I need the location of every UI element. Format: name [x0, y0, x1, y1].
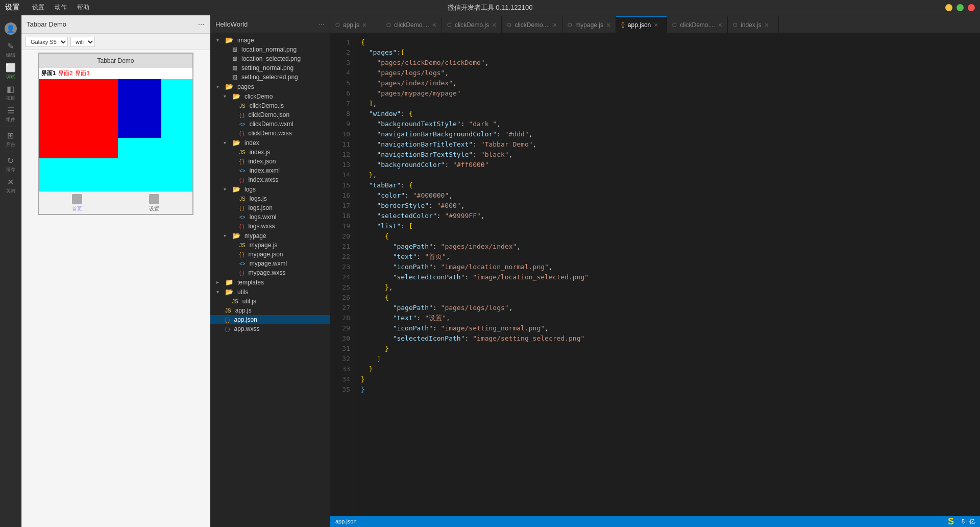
editor-tab[interactable]: {}app.json×: [616, 16, 667, 33]
tree-item[interactable]: 🖼setting_normal.png: [210, 63, 330, 73]
tree-item[interactable]: <>logs.wxml: [210, 212, 330, 222]
tree-item[interactable]: ▾📂logs: [210, 184, 330, 194]
tree-item[interactable]: { }app.json: [210, 315, 330, 324]
sidebar-item-edit[interactable]: ✎ 编辑: [0, 39, 21, 61]
maximize-button[interactable]: □: [957, 4, 964, 11]
edit-icon: ✎: [6, 42, 15, 51]
tree-item[interactable]: ▸📁templates: [210, 277, 330, 287]
wifi-select[interactable]: wifi: [70, 37, 95, 47]
tree-item[interactable]: ▾📂pages: [210, 82, 330, 91]
tab-close-button[interactable]: ×: [765, 21, 769, 29]
sidebar-item-avatar[interactable]: 👤: [0, 18, 21, 39]
tab-label: app.json: [628, 21, 651, 29]
tree-item[interactable]: JSapp.js: [210, 306, 330, 315]
line-number: 5: [333, 78, 350, 88]
tree-item[interactable]: JSclickDemo.js: [210, 101, 330, 110]
tab-close-button[interactable]: ×: [553, 21, 557, 29]
js-file-icon: JS: [239, 150, 246, 155]
folder-arrow-icon: ▾: [224, 140, 229, 146]
tree-item[interactable]: ( )clickDemo.wxss: [210, 129, 330, 138]
tree-item[interactable]: <>clickDemo.wxml: [210, 119, 330, 129]
code-editor[interactable]: { "pages":[ "pages/clickDemo/clickDemo",…: [353, 33, 980, 516]
tab-close-button[interactable]: ×: [492, 21, 496, 29]
line-number: 23: [333, 262, 350, 272]
tree-item[interactable]: <>index.wxml: [210, 166, 330, 175]
page-tab-2[interactable]: 界面2: [58, 69, 72, 77]
menu-settings[interactable]: 设置: [32, 3, 44, 12]
editor-tab[interactable]: ⬡clickDemo.js×: [442, 16, 502, 33]
preview-dots[interactable]: ···: [198, 20, 205, 29]
tab-close-button[interactable]: ×: [606, 21, 610, 29]
page-tab-3[interactable]: 界面3: [75, 69, 89, 77]
tree-item[interactable]: { }clickDemo.json: [210, 110, 330, 119]
folder-icon: 📂: [225, 83, 233, 90]
tree-item-label: app.json: [234, 316, 257, 323]
json-file-icon: { }: [239, 159, 244, 164]
editor-tab[interactable]: ⬡clickDemo....×: [381, 16, 442, 33]
tab-close-button[interactable]: ×: [362, 21, 366, 29]
tree-item[interactable]: JSlogs.js: [210, 194, 330, 203]
tab-close-button[interactable]: ×: [718, 21, 722, 29]
tree-item-label: templates: [237, 279, 264, 286]
tabbar-item-settings[interactable]: 设置: [116, 192, 193, 214]
tree-item[interactable]: JSmypage.js: [210, 241, 330, 250]
sidebar-item-component[interactable]: ☰ 组件: [0, 104, 21, 125]
tree-item[interactable]: { }index.json: [210, 157, 330, 166]
line-number: 3: [333, 58, 350, 68]
tree-item[interactable]: ( )mypage.wxss: [210, 268, 330, 277]
tree-item[interactable]: JSindex.js: [210, 148, 330, 157]
close-button[interactable]: ×: [968, 4, 975, 11]
editor-tab[interactable]: ⬡clickDemo....×: [667, 16, 728, 33]
line-number: 2: [333, 47, 350, 58]
file-panel-more[interactable]: ···: [318, 20, 325, 28]
device-select[interactable]: Galaxy S5: [26, 37, 68, 47]
png-file-icon: 🖼: [232, 47, 237, 53]
tree-item[interactable]: 🖼setting_selecred.png: [210, 73, 330, 82]
tree-item[interactable]: JSutil.js: [210, 297, 330, 306]
editor-tab[interactable]: ⬡index.js×: [728, 16, 779, 33]
editor-tab[interactable]: ⬡app.js×: [330, 16, 381, 33]
tree-item[interactable]: ▾📂utils: [210, 287, 330, 297]
folder-icon: 📂: [232, 232, 240, 239]
wxss-file-icon: ( ): [225, 326, 230, 332]
folder-arrow-icon: ▾: [224, 93, 229, 99]
tree-item-label: logs.js: [250, 195, 267, 202]
tree-item[interactable]: ( )app.wxss: [210, 324, 330, 333]
tab-label: clickDemo....: [514, 21, 550, 29]
menu-help[interactable]: 帮助: [77, 3, 89, 12]
tree-item[interactable]: { }logs.json: [210, 203, 330, 212]
sidebar-item-close[interactable]: ✕ 关闭: [0, 175, 21, 197]
menu-action[interactable]: 动作: [55, 3, 67, 12]
tree-item[interactable]: 🖼location_normal.png: [210, 45, 330, 54]
minimize-button[interactable]: −: [945, 4, 952, 11]
json-file-icon: { }: [239, 252, 244, 257]
tree-item-label: logs.wxml: [250, 213, 277, 221]
page-tab-1[interactable]: 界面1: [41, 69, 56, 77]
sidebar-item-cache[interactable]: ↻ 清存: [0, 154, 21, 175]
tab-close-button[interactable]: ×: [432, 21, 436, 29]
sidebar-item-add[interactable]: ⊞ 后台: [0, 129, 21, 150]
tree-item-label: setting_selecred.png: [241, 74, 298, 81]
tree-item[interactable]: ▾📂index: [210, 138, 330, 148]
tree-item[interactable]: ( )logs.wxss: [210, 222, 330, 231]
tree-item[interactable]: 🖼location_selected.png: [210, 54, 330, 63]
tree-item[interactable]: ( )index.wxss: [210, 175, 330, 184]
editor-tab[interactable]: ⬡clickDemo....×: [502, 16, 562, 33]
tree-item[interactable]: <>mypage.wxml: [210, 259, 330, 268]
sidebar-item-debug[interactable]: ⬜ 调试: [0, 61, 21, 82]
folder-icon: 📂: [232, 92, 240, 100]
tab-close-button[interactable]: ×: [654, 21, 658, 29]
tree-item-label: clickDemo.json: [248, 111, 289, 118]
tabbar-item-home[interactable]: 首页: [39, 192, 116, 214]
page-content-area: [39, 79, 192, 191]
debug-icon: ⬜: [6, 63, 15, 73]
tree-item[interactable]: ▾📂clickDemo: [210, 91, 330, 101]
tree-item[interactable]: ▾📂mypage: [210, 231, 330, 241]
tree-item[interactable]: { }mypage.json: [210, 250, 330, 259]
sidebar-item-project[interactable]: ◧ 项目: [0, 82, 21, 104]
line-number: 20: [333, 231, 350, 242]
code-line: }: [361, 374, 972, 385]
line-number: 29: [333, 323, 350, 333]
tree-item[interactable]: ▾📂image: [210, 35, 330, 45]
editor-tab[interactable]: ⬡mypage.js×: [562, 16, 616, 33]
